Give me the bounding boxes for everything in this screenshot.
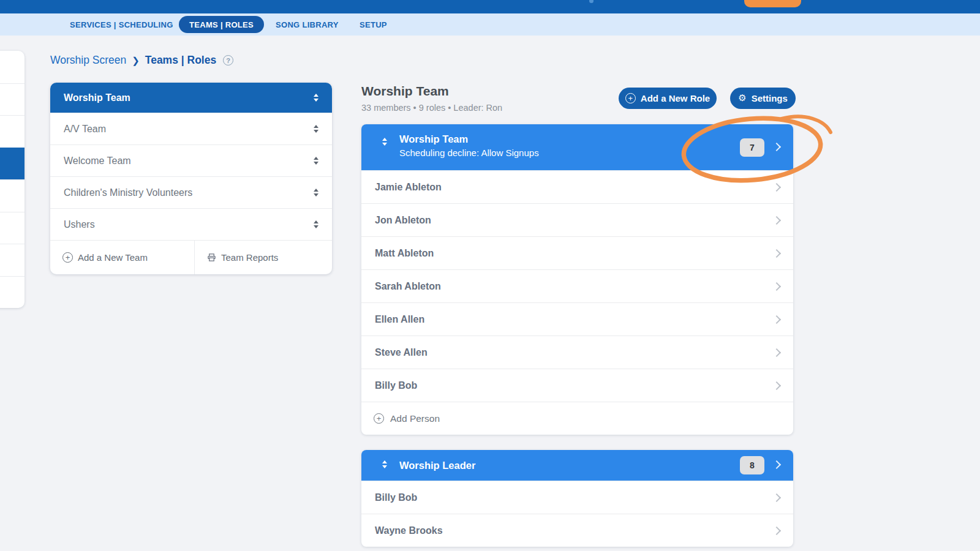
page-title: Worship Team — [361, 84, 449, 99]
role-header-worship-leader[interactable]: Worship Leader 8 — [361, 450, 793, 481]
member-name: Jamie Ableton — [375, 182, 442, 193]
role-subtitle: Scheduling decline: Allow Signups — [399, 148, 793, 158]
edge-panel-row[interactable] — [0, 179, 24, 212]
role-section-worship-leader: Worship Leader 8 Billy Bob Wayne Brooks — [361, 450, 793, 547]
teams-list-panel: Worship Team A/V Team Welcome Team Child… — [50, 83, 332, 274]
tab-teams-roles[interactable]: TEAMS | ROLES — [179, 16, 264, 33]
edge-panel-row[interactable] — [0, 212, 24, 244]
drag-sort-icon[interactable] — [382, 138, 387, 146]
chevron-right-icon — [772, 381, 781, 389]
member-name: Ellen Allen — [375, 314, 424, 325]
team-item-worship-team[interactable]: Worship Team — [50, 83, 332, 113]
team-item-childrens-ministry[interactable]: Children's Ministry Volunteers — [50, 176, 332, 208]
role-header-worship-team[interactable]: Worship Team Scheduling decline: Allow S… — [361, 124, 793, 170]
add-new-role-label: Add a New Role — [641, 93, 710, 103]
plus-circle-icon: + — [62, 252, 73, 263]
member-name: Jon Ableton — [375, 215, 431, 226]
member-row[interactable]: Steve Allen — [361, 335, 793, 369]
team-item-ushers[interactable]: Ushers — [50, 208, 332, 240]
drag-sort-icon[interactable] — [314, 94, 318, 102]
team-label: A/V Team — [64, 124, 106, 135]
topbar-partial-orange-button[interactable] — [744, 0, 801, 7]
add-new-role-button[interactable]: + Add a New Role — [619, 88, 717, 109]
breadcrumb-chevron-icon: ❯ — [132, 55, 140, 66]
drag-sort-icon[interactable] — [314, 220, 318, 228]
edge-panel-row[interactable] — [0, 244, 24, 276]
member-name: Sarah Ableton — [375, 281, 441, 292]
drag-sort-icon[interactable] — [382, 460, 387, 468]
tab-services-scheduling[interactable]: SERVICES | SCHEDULING — [70, 13, 173, 36]
drag-sort-icon[interactable] — [314, 157, 318, 165]
member-name: Wayne Brooks — [375, 525, 443, 536]
member-row[interactable]: Ellen Allen — [361, 302, 793, 335]
main-navigation: SERVICES | SCHEDULING TEAMS | ROLES SONG… — [0, 13, 980, 36]
team-meta-summary: 33 members • 9 roles • Leader: Ron — [361, 103, 502, 113]
add-new-team-label: Add a New Team — [78, 252, 148, 263]
chevron-right-icon — [772, 315, 781, 323]
plus-circle-icon: + — [625, 93, 636, 103]
offscreen-left-panel — [0, 51, 24, 308]
settings-label: Settings — [752, 93, 788, 103]
team-item-welcome-team[interactable]: Welcome Team — [50, 144, 332, 176]
chevron-right-icon — [772, 526, 781, 534]
add-new-team-button[interactable]: + Add a New Team — [50, 241, 195, 274]
team-label: Children's Ministry Volunteers — [64, 187, 192, 198]
team-item-av-team[interactable]: A/V Team — [50, 113, 332, 144]
chevron-right-icon — [772, 282, 781, 290]
edge-panel-row[interactable] — [0, 83, 24, 116]
plus-circle-icon: + — [374, 413, 384, 424]
gear-icon: ⚙ — [738, 94, 746, 103]
edge-panel-row-selected[interactable] — [0, 148, 24, 180]
member-count-badge: 7 — [740, 138, 764, 157]
team-reports-label: Team Reports — [221, 252, 278, 263]
team-label: Welcome Team — [64, 156, 131, 167]
drag-sort-icon[interactable] — [314, 125, 318, 133]
member-name: Billy Bob — [375, 380, 417, 391]
chevron-right-icon — [772, 182, 781, 191]
edge-panel-row[interactable] — [0, 276, 24, 309]
chevron-right-icon — [772, 493, 781, 501]
team-label: Ushers — [64, 219, 95, 230]
member-name: Matt Ableton — [375, 248, 434, 259]
chevron-right-icon — [772, 249, 781, 257]
settings-button[interactable]: ⚙ Settings — [730, 88, 796, 109]
edge-panel-row[interactable] — [0, 115, 24, 148]
chevron-right-icon — [772, 348, 781, 356]
member-row[interactable]: Wayne Brooks — [361, 514, 793, 547]
chevron-right-icon — [772, 216, 781, 224]
member-row[interactable]: Billy Bob — [361, 481, 793, 514]
chevron-right-icon — [772, 460, 781, 469]
member-name: Billy Bob — [375, 492, 417, 503]
role-section-worship-team: Worship Team Scheduling decline: Allow S… — [361, 124, 793, 435]
top-app-bar — [0, 0, 980, 13]
breadcrumb-current: Teams | Roles — [145, 54, 216, 67]
member-row[interactable]: Jon Ableton — [361, 203, 793, 236]
member-row[interactable]: Sarah Ableton — [361, 269, 793, 302]
team-reports-button[interactable]: Team Reports — [195, 241, 332, 274]
team-label: Worship Team — [64, 92, 130, 103]
role-name: Worship Team — [399, 133, 793, 145]
topbar-partial-icon — [589, 0, 594, 3]
member-row[interactable]: Matt Ableton — [361, 236, 793, 269]
printer-icon — [207, 253, 216, 262]
help-icon[interactable]: ? — [223, 55, 233, 66]
member-count-badge: 8 — [740, 456, 764, 474]
drag-sort-icon[interactable] — [314, 189, 318, 197]
teams-panel-footer: + Add a New Team Team Reports — [50, 240, 332, 274]
breadcrumb: Worship Screen ❯ Teams | Roles ? — [50, 54, 233, 67]
add-person-label: Add Person — [390, 413, 440, 424]
member-name: Steve Allen — [375, 347, 428, 358]
breadcrumb-parent-link[interactable]: Worship Screen — [50, 54, 126, 67]
member-row[interactable]: Jamie Ableton — [361, 170, 793, 203]
member-row[interactable]: Billy Bob — [361, 369, 793, 402]
tab-setup[interactable]: SETUP — [360, 13, 387, 36]
edge-panel-row[interactable] — [0, 51, 24, 83]
tab-song-library[interactable]: SONG LIBRARY — [276, 13, 339, 36]
add-person-button[interactable]: + Add Person — [361, 402, 793, 435]
role-name: Worship Leader — [399, 460, 475, 471]
